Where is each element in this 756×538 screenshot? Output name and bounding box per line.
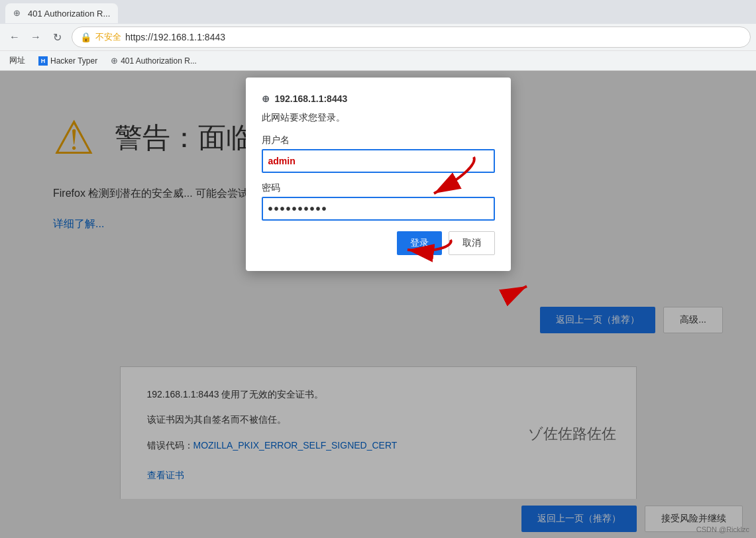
url-text: https://192.168.1.1:8443 xyxy=(125,32,225,42)
bookmark-401[interactable]: ⊕ 401 Authorization R... xyxy=(107,54,201,67)
url-bar[interactable]: 🔒 不安全 https://192.168.1.1:8443 xyxy=(72,27,751,48)
refresh-button[interactable]: ↻ xyxy=(48,28,66,46)
bookmark-url-label: 网址 xyxy=(9,55,25,66)
password-label: 密码 xyxy=(262,182,495,194)
address-bar: ← → ↻ 🔒 不安全 https://192.168.1.1:8443 xyxy=(0,24,756,50)
password-group: 密码 xyxy=(262,182,495,221)
globe-bookmark-icon: ⊕ xyxy=(111,56,118,66)
dialog-subtitle: 此网站要求您登录。 xyxy=(262,112,495,124)
bookmarks-bar: 网址 H Hacker Typer ⊕ 401 Authorization R.… xyxy=(0,50,756,70)
username-label: 用户名 xyxy=(262,134,495,146)
username-group: 用户名 xyxy=(262,134,495,173)
bookmark-401-label: 401 Authorization R... xyxy=(121,56,197,66)
login-button[interactable]: 登录 xyxy=(397,231,442,255)
page-content: ⚠ 警告：面临潜... Firefox 检测到潜在的安全威... 可能会尝试窃取… xyxy=(0,71,756,538)
dialog-actions: 登录 取消 xyxy=(262,231,495,255)
cancel-button[interactable]: 取消 xyxy=(449,231,495,255)
auth-dialog: ⊕ 192.168.1.1:8443 此网站要求您登录。 用户名 密码 登录 取… xyxy=(246,78,511,271)
security-label: 不安全 xyxy=(95,31,121,43)
dialog-site-label: 192.168.1.1:8443 xyxy=(275,93,348,104)
forward-button[interactable]: → xyxy=(27,28,45,46)
active-tab[interactable]: ⊕ 401 Authorization R... xyxy=(5,3,118,23)
bookmark-hacker-typer[interactable]: H Hacker Typer xyxy=(34,55,101,67)
lock-icon: 🔒 xyxy=(80,32,91,42)
username-input[interactable] xyxy=(262,149,495,173)
dialog-overlay: ⊕ 192.168.1.1:8443 此网站要求您登录。 用户名 密码 登录 取… xyxy=(0,71,756,538)
bookmark-url[interactable]: 网址 xyxy=(5,54,29,68)
dialog-globe-icon: ⊕ xyxy=(262,93,270,104)
dialog-site: ⊕ 192.168.1.1:8443 xyxy=(262,93,495,104)
nav-buttons: ← → ↻ xyxy=(5,28,66,46)
password-input[interactable] xyxy=(262,197,495,221)
tab-bar: ⊕ 401 Authorization R... xyxy=(0,0,756,24)
back-button[interactable]: ← xyxy=(5,28,24,46)
tab-label: 401 Authorization R... xyxy=(28,9,110,19)
bookmark-hacker-label: Hacker Typer xyxy=(50,56,97,66)
browser-chrome: ⊕ 401 Authorization R... ← → ↻ 🔒 不安全 htt… xyxy=(0,0,756,71)
bookmark-favicon-hacker: H xyxy=(38,56,48,66)
tab-favicon: ⊕ xyxy=(13,8,24,19)
